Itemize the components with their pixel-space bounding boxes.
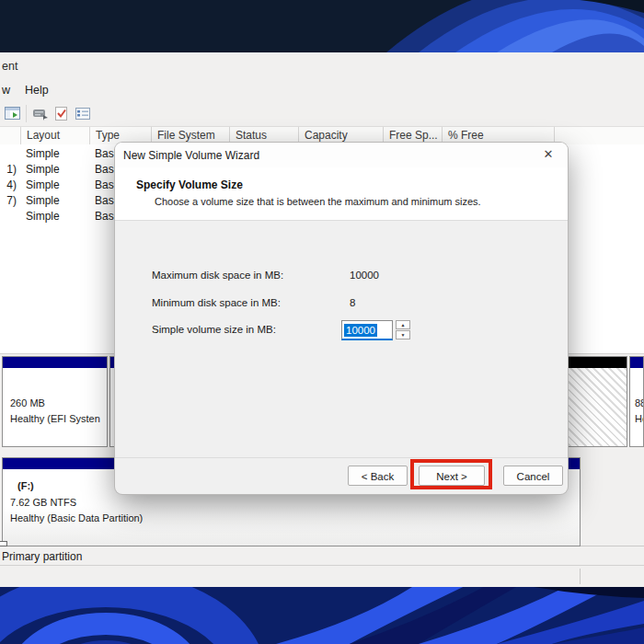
volume-type: Basi <box>95 147 116 160</box>
partition-status: He <box>635 413 644 424</box>
menu-bar: w Help <box>0 78 644 102</box>
volume-type: Basi <box>95 163 116 176</box>
partition-size: 88 <box>635 397 644 408</box>
volume-type: Basi <box>95 178 116 191</box>
disk-row-border <box>581 546 644 546</box>
cancel-button[interactable]: Cancel <box>503 466 563 486</box>
menu-help[interactable]: Help <box>25 84 49 97</box>
annotation-next-highlight <box>410 459 492 489</box>
spinner-down-icon[interactable]: ▼ <box>396 330 410 339</box>
partition-header <box>3 357 107 368</box>
legend-primary-partition: Primary partition <box>2 550 82 563</box>
dialog-header-band: Specify Volume Size Choose a volume size… <box>115 167 568 221</box>
volume-name: 7) <box>0 194 17 207</box>
drive-size: 7.62 GB NTFS <box>10 497 76 508</box>
unallocated-block[interactable] <box>563 356 627 447</box>
partition-block-efi[interactable]: 260 MB Healthy (EFI Systen <box>2 356 108 447</box>
dialog-subheading: Choose a volume size that is between the… <box>155 196 481 207</box>
status-bar <box>0 566 644 587</box>
volume-type: Basi <box>95 210 116 223</box>
volume-layout: Simple <box>26 194 60 207</box>
context-help-icon[interactable] <box>32 106 49 121</box>
volume-layout: Simple <box>26 178 60 191</box>
windows-bloom-top <box>0 0 644 52</box>
min-size-label: Minimum disk space in MB: <box>152 297 281 308</box>
volume-size-input[interactable]: 10000 <box>341 320 393 340</box>
unallocated-header <box>564 357 627 368</box>
toolbar <box>0 102 644 127</box>
menu-view[interactable]: w <box>2 84 10 97</box>
partition-header <box>630 357 643 368</box>
legend-swatch-partial <box>0 541 7 546</box>
close-icon[interactable]: ✕ <box>536 147 560 164</box>
window-title: ent <box>2 60 17 73</box>
volume-layout: Simple <box>26 163 60 176</box>
volume-name: 1) <box>0 163 17 176</box>
window-titlebar: ent <box>0 52 644 78</box>
min-size-value: 8 <box>350 297 355 308</box>
dialog-title: New Simple Volume Wizard <box>123 149 259 162</box>
dialog-titlebar[interactable]: New Simple Volume Wizard ✕ <box>115 143 568 167</box>
max-size-label: Maximum disk space in MB: <box>152 270 283 281</box>
spinner-up-icon[interactable]: ▲ <box>396 320 410 329</box>
partition-status: Healthy (EFI Systen <box>10 413 100 424</box>
drive-status: Healthy (Basic Data Partition) <box>10 512 143 523</box>
new-simple-volume-wizard-dialog: New Simple Volume Wizard ✕ Specify Volum… <box>115 143 568 494</box>
max-size-value: 10000 <box>350 270 379 281</box>
statusbar-divider <box>580 569 581 584</box>
column-empty <box>555 127 644 144</box>
partition-size: 260 MB <box>10 397 45 408</box>
toolbar-separator <box>26 105 27 122</box>
check-report-icon[interactable] <box>53 106 70 121</box>
windows-bloom-bottom <box>0 587 644 644</box>
column-volume[interactable] <box>0 127 21 144</box>
dialog-footer-divider <box>115 457 568 458</box>
volume-layout: Simple <box>26 210 60 223</box>
volume-name: 4) <box>0 178 17 191</box>
properties-list-icon[interactable] <box>75 106 91 121</box>
volume-size-label: Simple volume size in MB: <box>152 324 276 335</box>
volume-type: Basi <box>95 194 116 207</box>
volume-layout: Simple <box>26 147 60 160</box>
back-button[interactable]: < Back <box>348 466 408 486</box>
column-layout[interactable]: Layout <box>21 127 90 144</box>
dialog-heading: Specify Volume Size <box>136 178 243 191</box>
volume-size-selected-text: 10000 <box>344 324 377 337</box>
wallpaper-bottom <box>0 587 644 644</box>
partition-block-right[interactable]: 88 He <box>629 356 644 447</box>
volume-size-stepper: ▲ ▼ <box>396 320 410 340</box>
drive-letter: (F:) <box>17 480 34 491</box>
wallpaper-top <box>0 0 644 52</box>
console-tree-icon[interactable] <box>5 106 21 121</box>
